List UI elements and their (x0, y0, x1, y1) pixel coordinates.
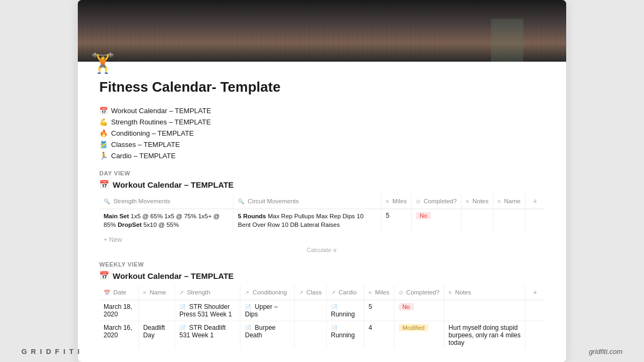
cell-conditioning-1: 📄 Upper – Dips (240, 300, 294, 321)
day-view-title: 📅 Workout Calendar – TEMPLATE (99, 180, 545, 189)
footer-brand-left: G R I D F I T I (21, 348, 80, 356)
col-class[interactable]: ↗ Class (294, 285, 326, 300)
doc-icon-2: 📄 (245, 304, 251, 310)
day-view-db-icon: 📅 (99, 180, 109, 189)
doc-icon-1: 📄 (179, 304, 186, 310)
col-miles-day[interactable]: ≡ Miles (382, 194, 412, 209)
page-icon: 🏋️ (91, 52, 566, 75)
cell-class-1 (294, 300, 326, 321)
weekly-view-db-icon: 📅 (99, 271, 109, 280)
notes-icon-day: ≡ (466, 198, 469, 204)
classes-icon: 🎽 (99, 141, 108, 149)
table-row: Main Set 1x5 @ 65% 1x5 @ 75% 1x5+ @ 85% … (99, 209, 545, 232)
add-column-weekly[interactable]: + (530, 287, 540, 298)
cell-strength: Main Set 1x5 @ 65% 1x5 @ 75% 1x5+ @ 85% … (99, 209, 233, 232)
col-strength[interactable]: ↗ Strength (175, 285, 240, 300)
cell-miles-1: 5 (364, 300, 394, 321)
workout-calendar-icon: 📅 (99, 107, 108, 115)
notion-card: 🏋️ Fitness Calendar- Template 📅 Workout … (78, 0, 566, 362)
col-notes[interactable]: ≡ Notes (444, 285, 525, 300)
doc-icon-5: 📄 (245, 325, 251, 331)
nav-links: 📅 Workout Calendar – TEMPLATE 💪 Strength… (99, 106, 545, 160)
conditioning-arrow-icon: ↗ (245, 290, 249, 295)
strength-arrow-icon: ↗ (179, 290, 184, 295)
day-view-table: 🔍 Strength Movements 🔍 Circuit Movements… (99, 194, 545, 232)
col-conditioning[interactable]: ↗ Conditioning (240, 285, 294, 300)
col-miles[interactable]: ≡ Miles (364, 285, 394, 300)
nav-link-workout[interactable]: 📅 Workout Calendar – TEMPLATE (99, 106, 545, 115)
col-name[interactable]: ≡ Name (138, 285, 175, 300)
col-add-day[interactable]: + (525, 194, 545, 209)
page-wrapper: 🏋️ Fitness Calendar- Template 📅 Workout … (0, 0, 644, 362)
cell-notes-1 (444, 300, 525, 321)
nav-link-cardio[interactable]: 🏃 Cardio – TEMPLATE (99, 151, 545, 160)
miles-icon: ≡ (369, 290, 372, 295)
footer: G R I D F I T I gridfiti.com (0, 341, 644, 362)
page-title: Fitness Calendar- Template (99, 79, 545, 95)
weekly-view-title: 📅 Workout Calendar – TEMPLATE (99, 271, 545, 280)
strength-icon: 💪 (99, 118, 108, 126)
nav-link-strength[interactable]: 💪 Strength Routines – TEMPLATE (99, 117, 545, 127)
col-completed-day[interactable]: ⊙ Completed? (411, 194, 461, 209)
circuit-text: 5 Rounds Max Rep Pullups Max Rep Dips 10… (238, 213, 363, 228)
nav-link-conditioning[interactable]: 🔥 Conditioning – TEMPLATE (99, 129, 545, 138)
name-icon: ≡ (143, 290, 147, 295)
conditioning-icon: 🔥 (99, 129, 108, 137)
notes-icon: ≡ (449, 290, 452, 295)
col-cardio[interactable]: ↗ Cardio (326, 285, 364, 300)
cell-cardio-1: 📄 Running (326, 300, 364, 321)
cardio-arrow-icon: ↗ (331, 290, 335, 295)
doc-icon-6: 📄 (331, 325, 338, 331)
cell-circuit: 5 Rounds Max Rep Pullups Max Rep Dips 10… (233, 209, 382, 232)
date-icon: 📅 (104, 290, 110, 295)
col-strength-movements[interactable]: 🔍 Strength Movements (99, 194, 233, 209)
col-circuit-movements[interactable]: 🔍 Circuit Movements (233, 194, 382, 209)
col-completed[interactable]: ⊙ Completed? (394, 285, 444, 300)
cell-name-day (493, 209, 525, 232)
weekly-view-table: 📅 Date ≡ Name ↗ Strength (99, 285, 545, 349)
col-name-day[interactable]: ≡ Name (493, 194, 525, 209)
completed-tag-2: Modified (399, 324, 429, 331)
cardio-icon: 🏃 (99, 152, 108, 160)
day-view-label: DAY VIEW (99, 170, 545, 176)
cell-miles-day: 5 (382, 209, 412, 232)
name-icon-day: ≡ (497, 198, 501, 204)
weekly-view-label: WEEKLY VIEW (99, 261, 545, 268)
calculate-day[interactable]: Calculate ∨ (99, 246, 545, 255)
doc-icon-4: 📄 (179, 325, 186, 331)
nav-link-classes[interactable]: 🎽 Classes – TEMPLATE (99, 140, 545, 149)
cell-notes-day (462, 209, 493, 232)
add-new-day[interactable]: + New (99, 234, 545, 246)
completed-tag-1: No (399, 303, 414, 311)
class-arrow-icon: ↗ (299, 290, 303, 295)
strength-text: Main Set 1x5 @ 65% 1x5 @ 75% 1x5+ @ 85% … (104, 213, 219, 228)
completed-tag-no: No (416, 212, 431, 219)
col-notes-day[interactable]: ≡ Notes (462, 194, 493, 209)
cell-date-1: March 18, 2020 (99, 300, 138, 321)
cell-empty-1 (525, 300, 545, 321)
miles-icon-day: ≡ (386, 198, 389, 204)
add-column-day[interactable]: + (530, 196, 540, 206)
table-row: March 18, 2020 📄 STR Shoulder Press 531 … (99, 300, 545, 321)
cell-empty-day (525, 209, 545, 232)
doc-icon-3: 📄 (331, 304, 338, 310)
cell-name-1 (138, 300, 175, 321)
cell-completed-day: No (411, 209, 461, 232)
footer-brand-right: gridfiti.com (589, 348, 623, 356)
search-icon-2: 🔍 (238, 198, 244, 204)
completed-icon-day: ⊙ (416, 198, 420, 204)
day-view-section: DAY VIEW 📅 Workout Calendar – TEMPLATE 🔍… (99, 170, 545, 255)
search-icon-1: 🔍 (104, 198, 110, 204)
col-date[interactable]: 📅 Date (99, 285, 138, 300)
cell-strength-1: 📄 STR Shoulder Press 531 Week 1 (175, 300, 240, 321)
weekly-view-section: WEEKLY VIEW 📅 Workout Calendar – TEMPLAT… (99, 261, 545, 349)
page-content: Fitness Calendar- Template 📅 Workout Cal… (78, 79, 566, 362)
cell-completed-1: No (394, 300, 444, 321)
completed-icon: ⊙ (399, 290, 403, 295)
col-add-weekly[interactable]: + (525, 285, 545, 300)
